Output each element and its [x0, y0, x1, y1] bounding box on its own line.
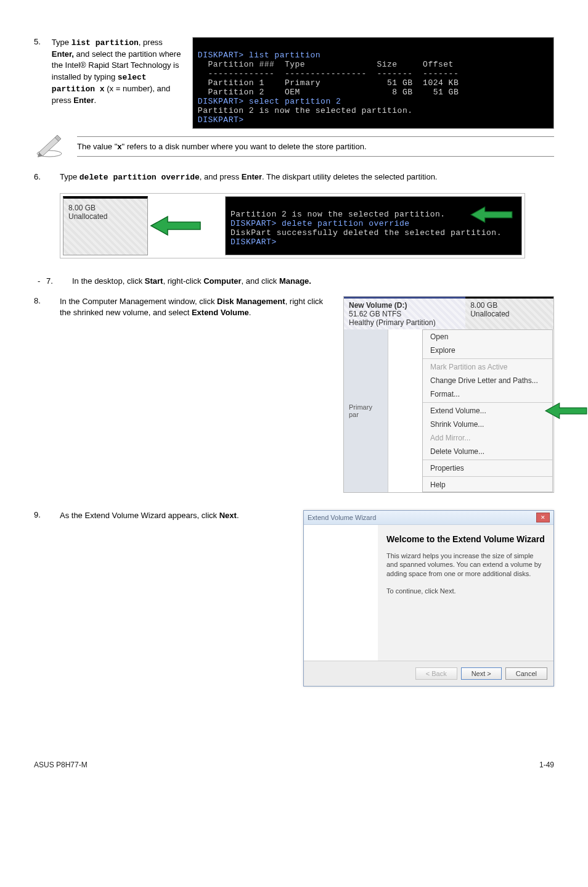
- back-button: < Back: [415, 667, 457, 680]
- wizard-sidebar: [304, 525, 378, 661]
- context-menu: Open Explore Mark Partition as Active Ch…: [422, 329, 553, 492]
- menu-properties[interactable]: Properties: [423, 461, 552, 475]
- pencil-icon: [34, 134, 65, 159]
- wizard-body: Welcome to the Extend Volume Wizard This…: [378, 525, 553, 661]
- primary-partition-label: Primary par: [344, 329, 388, 492]
- menu-format[interactable]: Format...: [423, 387, 552, 401]
- arrow-left-icon: [465, 205, 518, 224]
- step-6: 6. Type delete partition override, and p…: [34, 172, 554, 182]
- menu-mark-active: Mark Partition as Active: [423, 360, 552, 374]
- unallocated-box: 8.00 GB Unallocated: [465, 297, 553, 329]
- arrow-left-icon: [543, 402, 588, 420]
- disk-management-screenshot: New Volume (D:) 51.62 GB NTFS Healthy (P…: [343, 296, 554, 493]
- menu-change-letter[interactable]: Change Drive Letter and Paths...: [423, 374, 552, 387]
- wizard-title: Extend Volume Wizard: [308, 514, 376, 521]
- step-9: 9. As the Extend Volume Wizard appears, …: [34, 510, 554, 687]
- close-icon[interactable]: ✕: [536, 513, 550, 522]
- code-list-partition: list partition: [71, 38, 139, 47]
- disk-mgmt-screenshot: 8.00 GB Unallocated Partition 2 is now t…: [60, 193, 525, 258]
- next-button[interactable]: Next >: [461, 667, 502, 680]
- step-9-text: As the Extend Volume Wizard appears, cli…: [60, 510, 303, 687]
- step-6-text: Type delete partition override, and pres…: [60, 172, 554, 182]
- terminal-screenshot-1: DISKPART> list partition Partition ### T…: [192, 37, 554, 129]
- page-footer: ASUS P8H77-M 1-49: [34, 761, 554, 769]
- footer-right: 1-49: [539, 761, 554, 769]
- step-number: 9.: [34, 510, 60, 687]
- wizard-heading: Welcome to the Extend Volume Wizard: [386, 534, 546, 545]
- step-number: 5.: [34, 37, 41, 129]
- step-number: 7.: [46, 276, 72, 287]
- menu-delete-volume[interactable]: Delete Volume...: [423, 445, 552, 458]
- wizard-titlebar: Extend Volume Wizard ✕: [304, 511, 553, 525]
- step-7: 7. In the desktop, click Start, right-cl…: [34, 276, 554, 287]
- step-8-text: In the Computer Management window, click…: [60, 296, 343, 493]
- menu-extend-volume[interactable]: Extend Volume...: [423, 404, 552, 418]
- volume-box: New Volume (D:) 51.62 GB NTFS Healthy (P…: [344, 297, 465, 329]
- arrow-left-icon: [148, 215, 203, 237]
- footer-left: ASUS P8H77-M: [34, 761, 88, 769]
- unallocated-partition-box: 8.00 GB Unallocated: [63, 196, 148, 255]
- menu-explore[interactable]: Explore: [423, 344, 552, 357]
- note-text: The value "x" refers to a disk number wh…: [77, 136, 554, 157]
- code-delete-partition: delete partition override: [80, 173, 200, 182]
- step-5: 5. Type list partition, press Enter, and…: [34, 37, 554, 129]
- note-callout: The value "x" refers to a disk number wh…: [34, 134, 554, 159]
- step-number: 8.: [34, 296, 60, 493]
- extend-volume-wizard-dialog: Extend Volume Wizard ✕ Welcome to the Ex…: [303, 510, 554, 687]
- terminal-screenshot-2: Partition 2 is now the selected partitio…: [225, 196, 522, 255]
- menu-add-mirror: Add Mirror...: [423, 431, 552, 445]
- step-number: 6.: [34, 172, 60, 182]
- menu-help[interactable]: Help: [423, 478, 552, 492]
- step-7-text: In the desktop, click Start, right-click…: [72, 276, 554, 287]
- step-5-text: Type list partition, press Enter, and se…: [52, 37, 181, 129]
- menu-shrink-volume[interactable]: Shrink Volume...: [423, 418, 552, 431]
- cancel-button[interactable]: Cancel: [505, 667, 547, 680]
- menu-open[interactable]: Open: [423, 330, 552, 344]
- step-8: 8. In the Computer Management window, cl…: [34, 296, 554, 493]
